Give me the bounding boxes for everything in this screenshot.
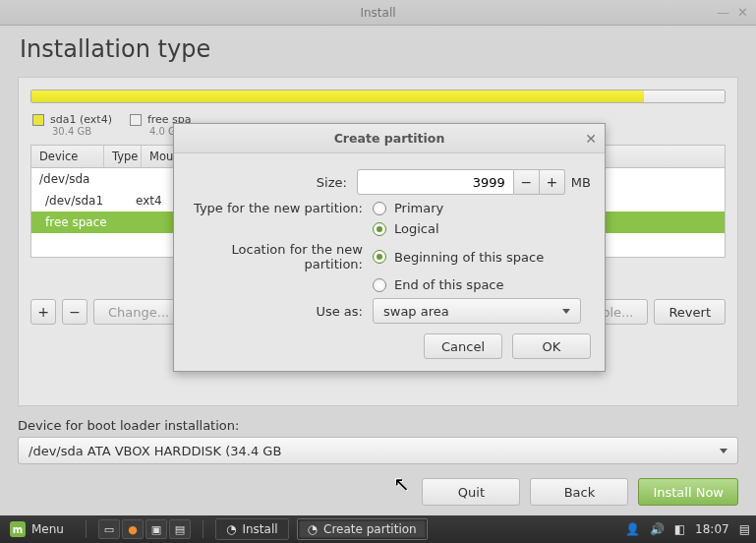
show-desktop-icon[interactable]: ▭ <box>98 519 120 539</box>
bootloader-device-select[interactable]: /dev/sda ATA VBOX HARDDISK (34.4 GB <box>18 437 738 464</box>
bootloader-device-value: /dev/sda ATA VBOX HARDDISK (34.4 GB <box>29 444 281 458</box>
legend-item[interactable]: sda1 (ext4)30.4 GB <box>32 113 112 137</box>
clock[interactable]: 18:07 <box>695 522 729 536</box>
column-device[interactable]: Device <box>31 146 104 167</box>
change-partition-button[interactable]: Change... <box>93 299 184 325</box>
partition-type-label: Type for the new partition: <box>188 201 373 215</box>
user-icon[interactable]: 👤 <box>625 522 640 536</box>
location-end-radio[interactable]: End of this space <box>373 277 504 292</box>
column-type[interactable]: Type <box>104 146 142 167</box>
remove-partition-button[interactable]: − <box>62 299 87 325</box>
legend-swatch-icon <box>32 114 44 126</box>
size-unit: MB <box>571 175 591 190</box>
start-menu-button[interactable]: m Menu <box>0 515 74 543</box>
partition-type-primary-radio[interactable]: Primary <box>373 201 443 215</box>
minimize-icon[interactable]: — <box>717 5 729 20</box>
use-as-select[interactable]: swap area <box>373 298 581 324</box>
add-partition-button[interactable]: + <box>30 299 56 325</box>
system-tray: 👤 🔊 ◧ 18:07 ▤ <box>625 522 750 536</box>
wizard-footer: Quit Back Install Now <box>0 478 756 515</box>
size-input[interactable] <box>357 169 514 195</box>
bootloader-label: Device for boot loader installation: <box>0 418 756 437</box>
quick-launch: ▭ ● ▣ ▤ <box>98 519 191 539</box>
page-header: Installation type <box>0 26 756 77</box>
page-title: Installation type <box>20 35 736 63</box>
size-decrement-button[interactable]: − <box>514 169 540 195</box>
dialog-cancel-button[interactable]: Cancel <box>424 333 502 359</box>
use-as-label: Use as: <box>188 304 373 319</box>
menu-label: Menu <box>31 522 64 536</box>
close-icon[interactable]: ✕ <box>737 5 748 20</box>
disk-segment[interactable] <box>644 90 725 102</box>
terminal-icon[interactable]: ▣ <box>145 519 167 539</box>
tray-icon[interactable]: ◧ <box>674 522 685 536</box>
quit-button[interactable]: Quit <box>422 478 520 506</box>
back-button[interactable]: Back <box>530 478 628 506</box>
location-beginning-radio[interactable]: Beginning of this space <box>373 250 544 265</box>
task-create-partition[interactable]: ◔ Create partition <box>297 518 428 540</box>
legend-size: 30.4 GB <box>52 126 112 137</box>
titlebar: Install — ✕ <box>0 0 756 26</box>
disk-icon: ◔ <box>226 522 236 536</box>
volume-icon[interactable]: 🔊 <box>650 522 665 536</box>
use-as-value: swap area <box>383 304 449 319</box>
legend-swatch-icon <box>130 114 142 126</box>
partition-type-logical-radio[interactable]: Logical <box>373 221 439 236</box>
legend-label: sda1 (ext4) <box>50 113 112 126</box>
dialog-title: Create partition <box>334 131 445 146</box>
size-label: Size: <box>188 175 357 190</box>
window-title: Install <box>360 6 395 20</box>
mint-logo-icon: m <box>10 521 26 537</box>
tray-icon-2[interactable]: ▤ <box>739 522 750 536</box>
create-partition-dialog: Create partition ✕ Size: − + MB Type for… <box>173 123 606 372</box>
revert-button[interactable]: Revert <box>654 299 726 325</box>
taskbar: m Menu ▭ ● ▣ ▤ ◔ Install ◔ Create partit… <box>0 515 756 543</box>
dialog-ok-button[interactable]: OK <box>512 333 591 359</box>
dialog-titlebar: Create partition ✕ <box>174 124 605 153</box>
disk-icon: ◔ <box>308 522 318 536</box>
disk-segment[interactable] <box>31 90 644 102</box>
task-install[interactable]: ◔ Install <box>215 518 289 540</box>
size-increment-button[interactable]: + <box>540 169 565 195</box>
disk-usage-bar <box>30 90 726 103</box>
partition-location-label: Location for the new partition: <box>188 242 373 272</box>
dialog-close-icon[interactable]: ✕ <box>585 131 597 147</box>
files-icon[interactable]: ▤ <box>169 519 191 539</box>
browser-icon[interactable]: ● <box>122 519 144 539</box>
install-now-button[interactable]: Install Now <box>638 478 738 506</box>
